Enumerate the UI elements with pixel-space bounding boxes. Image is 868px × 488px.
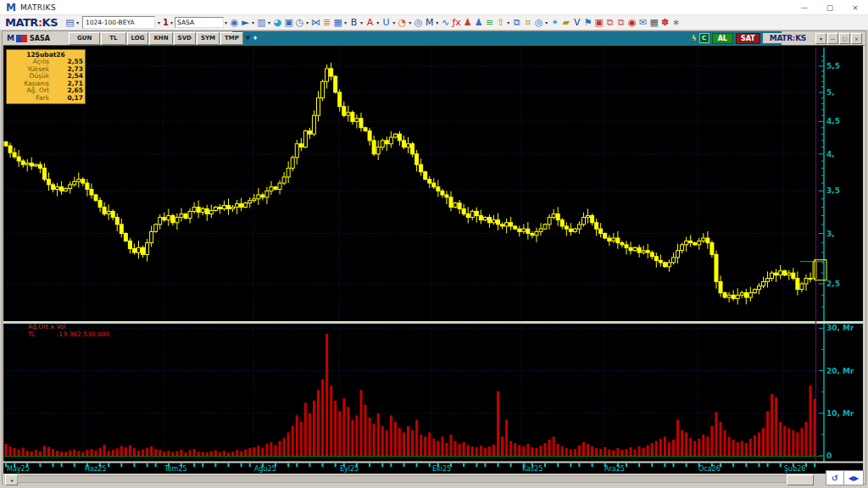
notebook-icon-caret[interactable]: ▾ [344,19,347,25]
letter-u-icon[interactable]: U [381,18,391,28]
twitter-icon[interactable]: ✦ [252,34,259,42]
window2-icon[interactable]: ⧉ [616,18,626,28]
save-caret-icon[interactable]: ▾ [76,19,79,25]
chart-button-sym[interactable]: SYM [197,32,220,45]
chart-button-svd[interactable]: SVD [174,32,196,45]
handshake-icon[interactable]: ⋈ [311,18,320,28]
line-chart-icon[interactable]: ∿ [441,18,450,28]
bold-b-icon[interactable]: B [349,18,359,28]
bell-icon[interactable]: ◉ [627,18,637,28]
close-button[interactable]: × [843,3,868,12]
month-label: Şub26 [784,465,805,473]
chart-minimize-button[interactable]: — [827,33,838,44]
chart-scrollbar: ◂ ↺ ◀▶ [3,474,863,485]
letter-a-icon[interactable]: A [365,18,375,28]
scrollbar-left-button[interactable]: ◂ [5,474,18,485]
levels-icon[interactable]: ≣ [322,18,331,28]
export-icon[interactable]: ⇧ [496,18,505,28]
volume-tick-label: 30, Mr [826,324,854,332]
chart-button-khn[interactable]: KHN [149,32,172,45]
currency-icon[interactable]: ¤ [523,18,532,28]
twitter-icon[interactable]: ✦ [550,18,559,28]
scrollbar-track[interactable] [17,475,800,483]
fx-icon[interactable]: ƒx [452,18,461,28]
maximize-button[interactable]: ▢ [817,3,843,12]
window-icon[interactable]: ⧉ [605,18,615,28]
layout-caret-icon[interactable]: ▾ [170,19,173,25]
bold-b-icon-caret[interactable]: ▾ [360,19,363,25]
letter-u-icon-caret[interactable]: ▾ [392,19,395,25]
chart-plot-area[interactable]: May25Haz25Tem25Ağu25Eyl25Eki25Kas25Ara25… [3,46,863,474]
orange-clock-icon[interactable]: ◔ [398,18,407,28]
chart-close-button[interactable]: × [851,33,862,44]
scroll-nav-button[interactable]: ◀▶ [843,470,864,485]
letter-v-icon[interactable]: V [572,18,581,28]
workspace-caret-icon[interactable]: ▾ [158,19,160,25]
chart-mode-buttons: GUNTLLOGKHNSVDSYMTMP [69,32,244,45]
axis-labels: May25Haz25Tem25Ağu25Eyl25Eki25Kas25Ara25… [5,62,854,473]
c-button[interactable]: C [699,33,709,43]
gears-icon[interactable]: ∗ [671,18,681,28]
volume-bars-group [5,334,816,456]
market-m-icon-caret[interactable]: ▾ [436,19,438,25]
screen-icon[interactable]: ▣ [284,18,293,28]
alert-screen-icon[interactable]: ▣ [594,18,604,28]
chart-button-log[interactable]: LOG [127,32,149,45]
save-icon[interactable]: ▤ [65,18,75,28]
calculator-icon[interactable]: ▦ [649,18,659,28]
export-icon-caret[interactable]: ▾ [507,19,509,25]
price-tick-label: 5,5 [826,62,840,70]
month-label: Ağu25 [254,465,276,473]
pane-divider [3,321,863,324]
toolbar-icons: ◉►▾▥▾◕▣◷▾⋈≣▦▾B▾A▾U▾◔▾◎M▾∿ƒx♟♟≡⇧▾⧉¤◎▾✦▰V⚑… [229,18,682,28]
cursor-icon-caret[interactable]: ▾ [252,19,254,25]
notebook-icon[interactable]: ▦ [333,18,342,28]
chart-type-icon[interactable]: ▥ [257,18,266,28]
symbol-input[interactable] [175,17,224,28]
people-icon[interactable]: ♟ [474,18,483,28]
documents-icon[interactable]: ⧉ [512,18,521,28]
volume-tick-label: 0 [826,452,832,460]
scrollbar-thumb[interactable] [787,474,814,485]
app-logo-icon: M [6,2,16,14]
traffic-light-icon[interactable]: ≡ [485,18,494,28]
chat-icon[interactable]: ✽ [660,18,670,28]
month-label: May25 [7,465,30,473]
market-m-icon[interactable]: M [425,18,434,28]
chart-button-gun[interactable]: GUN [69,32,100,45]
lightning-icon[interactable]: ϟ [692,34,697,42]
chart-window-titlebar[interactable]: M SASA GUNTLLOGKHNSVDSYMTMP ▼ ✦ ϟ C AL S… [3,31,865,46]
price-tick-label: 2,5 [826,280,840,288]
folder-icon[interactable]: ▰ [561,18,570,28]
clock-icon[interactable]: ◷ [295,18,304,28]
zoom-icon[interactable]: ◉ [230,18,239,28]
minimize-button[interactable]: — [792,3,817,12]
workspace-select[interactable]: 1024-100-BEYA [82,16,155,29]
month-label: Tem25 [164,465,186,473]
chart-dropdown-button[interactable]: ▾ [815,33,826,44]
layout-select[interactable]: 1 [163,18,169,27]
chart-type-icon-caret[interactable]: ▾ [268,19,270,25]
cursor-icon[interactable]: ► [241,18,250,28]
chart-restore-button[interactable]: ▢ [839,33,850,44]
letter-a-icon-caret[interactable]: ▾ [376,19,379,25]
refresh-icon[interactable]: ◎ [414,18,423,28]
orange-clock-icon-caret[interactable]: ▾ [409,19,411,25]
chart-button-tmp[interactable]: TMP [220,32,243,45]
symbol-caret-icon[interactable]: ▾ [225,19,227,25]
person-icon[interactable]: ♟ [463,18,472,28]
price-tick-label: 5, [826,88,835,97]
clock-icon-caret[interactable]: ▾ [306,19,309,25]
flag-chart-icon[interactable]: ⚑ [583,18,593,28]
pie-chart-icon[interactable]: ◕ [273,18,282,28]
chart-options-caret-icon[interactable]: ▼ [246,35,250,42]
app-title: MATRIKS [20,3,56,12]
search-icon[interactable]: ◎ [534,18,543,28]
main-toolbar: MATR:KS ▤ ▾ 1024-100-BEYA ▾ 1 ▾ ▾ ◉►▾▥▾◕… [0,15,868,30]
buy-button[interactable]: AL [712,33,733,44]
sell-button[interactable]: SAT [736,33,760,44]
chart-button-tl[interactable]: TL [101,32,125,45]
search-icon-caret[interactable]: ▾ [545,19,548,25]
mail-icon[interactable]: ✉ [638,18,648,28]
refresh-button[interactable]: ↺ [826,470,844,485]
